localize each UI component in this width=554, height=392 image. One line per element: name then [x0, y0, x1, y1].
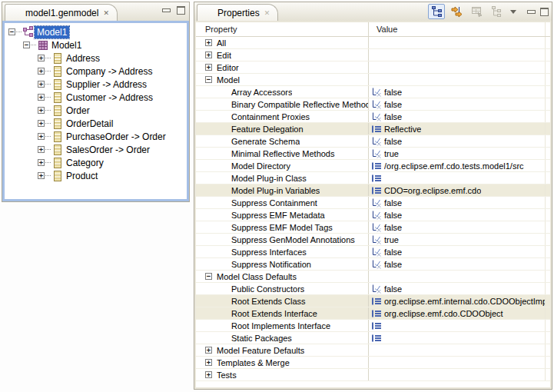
column-header-value[interactable]: Value — [369, 22, 545, 36]
tree-item-label: Category — [64, 157, 106, 169]
expand-toggle-icon[interactable]: + — [38, 120, 45, 127]
property-row-feature-delegation[interactable]: Feature DelegationReflective — [196, 123, 550, 135]
value-cell[interactable]: false — [369, 86, 545, 98]
expand-toggle-icon[interactable]: − — [23, 42, 30, 48]
expand-toggle-icon[interactable]: + — [38, 107, 45, 114]
value-cell[interactable]: true — [369, 234, 545, 245]
property-row-containment-proxies[interactable]: Containment Proxiesfalse — [196, 111, 550, 123]
value-cell[interactable]: false — [369, 221, 545, 233]
property-row-model-plug-in-class[interactable]: Model Plug-in Class — [196, 172, 550, 184]
value-cell[interactable]: false — [369, 258, 545, 270]
tree-item-orderdetail-7[interactable]: +OrderDetail — [5, 117, 187, 130]
expand-toggle-icon[interactable]: + — [205, 371, 212, 378]
value-cell[interactable] — [369, 172, 545, 184]
value-cell[interactable]: Reflective — [369, 123, 545, 135]
value-cell[interactable]: false — [369, 111, 545, 122]
property-row-root-extends-interface[interactable]: Root Extends Interfaceorg.eclipse.emf.cd… — [196, 307, 550, 320]
property-row-array-accessors[interactable]: Array Accessorsfalse — [196, 86, 550, 98]
category-row-editor[interactable]: +Editor — [196, 61, 550, 74]
genclass-icon — [51, 131, 64, 143]
maximize-button[interactable] — [176, 5, 186, 15]
tree-item-product-11[interactable]: +Product — [5, 169, 187, 182]
expand-toggle-icon[interactable]: + — [205, 51, 212, 58]
close-icon[interactable]: ✕ — [263, 9, 271, 17]
property-row-root-implements-interface[interactable]: Root Implements Interface — [196, 320, 550, 332]
value-cell[interactable]: false — [369, 246, 545, 257]
value-cell[interactable]: /org.eclipse.emf.cdo.tests.model1/src — [369, 160, 545, 171]
expand-toggle-icon[interactable]: + — [205, 347, 212, 354]
property-row-suppress-interfaces[interactable]: Suppress Interfacesfalse — [196, 246, 550, 258]
value-cell[interactable]: org.eclipse.emf.internal.cdo.CDOObjectIm… — [369, 295, 545, 307]
show-advanced-properties-button[interactable] — [448, 4, 465, 19]
tree-item-category-10[interactable]: +Category — [5, 156, 187, 169]
property-row-suppress-emf-model-tags[interactable]: Suppress EMF Model Tagsfalse — [196, 221, 550, 234]
value-cell[interactable] — [369, 332, 545, 344]
value-cell[interactable]: true — [369, 148, 545, 159]
value-cell[interactable]: false — [369, 135, 545, 147]
expand-toggle-icon[interactable]: + — [38, 81, 45, 88]
view-menu-button[interactable] — [508, 4, 519, 19]
tree-item-company-address-3[interactable]: +Company -> Address — [5, 65, 187, 78]
column-header-property[interactable]: Property — [196, 22, 369, 36]
property-row-suppress-containment[interactable]: Suppress Containmentfalse — [196, 197, 550, 209]
tree-connector — [45, 136, 51, 137]
tree-item-salesorder-order-9[interactable]: +SalesOrder -> Order — [5, 143, 187, 156]
value-cell[interactable]: false — [369, 209, 545, 221]
value-cell[interactable] — [369, 320, 545, 331]
category-row-tests[interactable]: +Tests — [196, 369, 550, 381]
value-cell[interactable]: false — [369, 98, 545, 110]
table-right-gutter — [545, 209, 550, 221]
expand-toggle-icon[interactable]: + — [38, 159, 45, 166]
expand-toggle-icon[interactable]: + — [205, 359, 212, 366]
property-row-root-extends-class[interactable]: Root Extends Classorg.eclipse.emf.intern… — [196, 295, 550, 307]
value-cell[interactable]: org.eclipse.emf.cdo.CDOObject — [369, 307, 545, 319]
value-cell[interactable]: CDO=org.eclipse.emf.cdo — [369, 184, 545, 196]
tree-mode-button[interactable] — [428, 4, 445, 19]
property-row-public-constructors[interactable]: Public Constructorsfalse — [196, 283, 550, 295]
maximize-button[interactable] — [539, 7, 549, 16]
expand-toggle-icon[interactable]: + — [38, 172, 45, 179]
expand-toggle-icon[interactable]: + — [38, 94, 45, 101]
table-right-gutter — [545, 135, 550, 147]
expand-toggle-icon[interactable]: − — [8, 28, 15, 35]
genclass-icon — [51, 52, 64, 65]
property-row-static-packages[interactable]: Static Packages — [196, 332, 550, 344]
expand-toggle-icon[interactable]: + — [38, 68, 45, 75]
expand-toggle-icon[interactable]: − — [205, 76, 212, 83]
tab-model1-genmodel[interactable]: model1.genmodel ✕ — [5, 4, 118, 21]
tree-item-customer-address-5[interactable]: +Customer -> Address — [5, 91, 187, 104]
tree-item-model1-0[interactable]: −Model1 — [5, 25, 187, 38]
close-icon[interactable]: ✕ — [101, 9, 110, 17]
category-row-model-feature-defaults[interactable]: +Model Feature Defaults — [196, 344, 550, 357]
table-right-gutter — [545, 344, 550, 356]
minimize-button[interactable] — [161, 5, 171, 15]
category-row-templates-merge[interactable]: +Templates & Merge — [196, 357, 550, 369]
tree-item-supplier-address-4[interactable]: +Supplier -> Address — [5, 78, 187, 91]
category-row-model[interactable]: −Model — [196, 74, 550, 86]
property-row-model-directory[interactable]: Model Directory/org.eclipse.emf.cdo.test… — [196, 160, 550, 172]
category-row-edit[interactable]: +Edit — [196, 49, 550, 61]
category-row-model-class-defaults[interactable]: −Model Class Defaults — [196, 271, 550, 283]
expand-toggle-icon[interactable]: + — [38, 55, 45, 61]
property-row-minimal-reflective-methods[interactable]: Minimal Reflective Methodstrue — [196, 148, 550, 160]
property-row-suppress-notification[interactable]: Suppress Notificationfalse — [196, 258, 550, 271]
expand-toggle-icon[interactable]: + — [38, 146, 45, 153]
value-cell[interactable]: false — [369, 197, 545, 208]
property-row-suppress-emf-metadata[interactable]: Suppress EMF Metadatafalse — [196, 209, 550, 221]
tree-item-address-2[interactable]: +Address — [5, 51, 187, 65]
minimize-button[interactable] — [526, 7, 536, 16]
property-row-generate-schema[interactable]: Generate Schemafalse — [196, 135, 550, 148]
expand-toggle-icon[interactable]: + — [38, 133, 45, 140]
property-row-suppress-genmodel-annotations[interactable]: Suppress GenModel Annotationstrue — [196, 234, 550, 246]
tree-item-model1-1[interactable]: −Model1 — [5, 38, 187, 51]
property-row-binary-compatible-reflective-methods[interactable]: Binary Compatible Reflective Methodsfals… — [196, 98, 550, 111]
expand-toggle-icon[interactable]: + — [205, 64, 212, 71]
expand-toggle-icon[interactable]: − — [205, 273, 212, 280]
value-cell[interactable]: false — [369, 283, 545, 294]
tree-item-order-6[interactable]: +Order — [5, 104, 187, 117]
category-row-all[interactable]: +All — [196, 37, 550, 49]
tab-properties[interactable]: Properties ✕ — [197, 4, 278, 21]
tree-item-purchaseorder-order-8[interactable]: +PurchaseOrder -> Order — [5, 130, 187, 143]
expand-toggle-icon[interactable]: + — [205, 39, 212, 46]
property-row-model-plug-in-variables[interactable]: Model Plug-in VariablesCDO=org.eclipse.e… — [196, 184, 550, 197]
